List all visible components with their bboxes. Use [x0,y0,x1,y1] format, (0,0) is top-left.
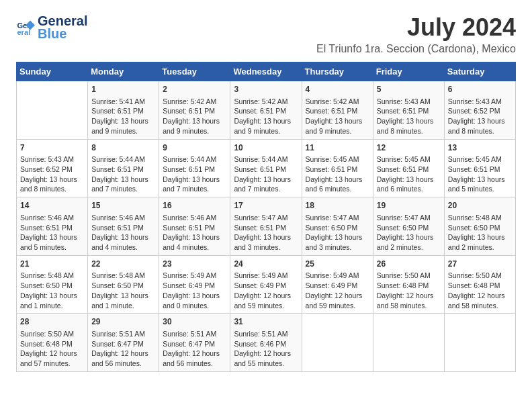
day-number: 25 [306,259,369,270]
column-header-wednesday: Wednesday [230,62,302,81]
week-row-5: 28Sunrise: 5:50 AM Sunset: 6:48 PM Dayli… [17,314,516,372]
day-cell: 31Sunrise: 5:51 AM Sunset: 6:46 PM Dayli… [230,314,302,372]
day-cell: 2Sunrise: 5:42 AM Sunset: 6:51 PM Daylig… [159,81,230,140]
day-cell: 16Sunrise: 5:46 AM Sunset: 6:51 PM Dayli… [159,197,230,256]
column-header-thursday: Thursday [302,62,373,81]
day-info: Sunrise: 5:51 AM Sunset: 6:46 PM Dayligh… [234,329,298,369]
day-number: 10 [234,142,298,154]
day-info: Sunrise: 5:42 AM Sunset: 6:51 PM Dayligh… [234,97,298,136]
day-cell: 12Sunrise: 5:45 AM Sunset: 6:51 PM Dayli… [373,139,444,197]
day-cell: 7Sunrise: 5:43 AM Sunset: 6:52 PM Daylig… [17,139,88,197]
day-info: Sunrise: 5:49 AM Sunset: 6:49 PM Dayligh… [306,271,369,310]
day-info: Sunrise: 5:45 AM Sunset: 6:51 PM Dayligh… [306,154,369,194]
day-cell: 22Sunrise: 5:48 AM Sunset: 6:50 PM Dayli… [88,255,159,314]
day-cell [373,314,444,372]
day-number: 30 [163,316,226,328]
day-info: Sunrise: 5:49 AM Sunset: 6:49 PM Dayligh… [234,271,298,310]
day-info: Sunrise: 5:48 AM Sunset: 6:50 PM Dayligh… [91,271,155,310]
day-cell [17,81,88,140]
logo-icon: Gen eral [16,18,35,37]
day-number: 17 [234,200,298,212]
day-cell: 9Sunrise: 5:44 AM Sunset: 6:51 PM Daylig… [159,139,230,197]
day-number: 31 [234,316,298,328]
day-number: 4 [306,84,369,95]
day-cell: 19Sunrise: 5:47 AM Sunset: 6:50 PM Dayli… [373,197,444,256]
day-number: 19 [377,200,441,212]
day-info: Sunrise: 5:47 AM Sunset: 6:51 PM Dayligh… [234,213,298,253]
day-number: 13 [448,142,512,154]
day-number: 18 [306,200,369,212]
day-number: 12 [377,142,441,154]
day-info: Sunrise: 5:47 AM Sunset: 6:50 PM Dayligh… [377,213,441,253]
day-info: Sunrise: 5:48 AM Sunset: 6:50 PM Dayligh… [20,271,84,310]
day-info: Sunrise: 5:43 AM Sunset: 6:52 PM Dayligh… [20,154,84,194]
day-number: 6 [448,84,512,95]
column-header-saturday: Saturday [444,62,515,81]
calendar: SundayMondayTuesdayWednesdayThursdayFrid… [16,62,516,372]
day-cell: 10Sunrise: 5:44 AM Sunset: 6:51 PM Dayli… [230,139,302,197]
week-row-4: 21Sunrise: 5:48 AM Sunset: 6:50 PM Dayli… [17,255,516,314]
logo: Gen eral General Blue [16,13,87,42]
day-info: Sunrise: 5:44 AM Sunset: 6:51 PM Dayligh… [163,154,226,194]
svg-text:eral: eral [17,28,30,36]
week-row-2: 7Sunrise: 5:43 AM Sunset: 6:52 PM Daylig… [17,139,516,197]
day-info: Sunrise: 5:41 AM Sunset: 6:51 PM Dayligh… [91,97,155,136]
day-number: 26 [377,259,441,270]
day-info: Sunrise: 5:50 AM Sunset: 6:48 PM Dayligh… [377,271,441,310]
day-info: Sunrise: 5:46 AM Sunset: 6:51 PM Dayligh… [163,213,226,253]
day-number: 11 [306,142,369,154]
day-cell: 13Sunrise: 5:45 AM Sunset: 6:51 PM Dayli… [444,139,515,197]
day-info: Sunrise: 5:44 AM Sunset: 6:51 PM Dayligh… [234,154,298,194]
day-cell: 6Sunrise: 5:43 AM Sunset: 6:52 PM Daylig… [444,81,515,140]
day-cell [302,314,373,372]
day-number: 29 [91,316,155,328]
day-info: Sunrise: 5:43 AM Sunset: 6:51 PM Dayligh… [377,97,441,136]
day-number: 28 [20,316,84,328]
column-header-sunday: Sunday [17,62,88,81]
day-number: 3 [234,84,298,95]
title-block: July 2024 El Triunfo 1ra. Seccion (Cardo… [316,13,516,55]
day-cell: 29Sunrise: 5:51 AM Sunset: 6:47 PM Dayli… [88,314,159,372]
day-cell: 15Sunrise: 5:46 AM Sunset: 6:51 PM Dayli… [88,197,159,256]
column-header-tuesday: Tuesday [159,62,230,81]
day-cell: 18Sunrise: 5:47 AM Sunset: 6:50 PM Dayli… [302,197,373,256]
day-info: Sunrise: 5:51 AM Sunset: 6:47 PM Dayligh… [91,329,155,369]
day-info: Sunrise: 5:50 AM Sunset: 6:48 PM Dayligh… [448,271,512,310]
column-header-monday: Monday [88,62,159,81]
location-title: El Triunfo 1ra. Seccion (Cardona), Mexic… [316,43,516,55]
day-number: 20 [448,200,512,212]
day-cell: 14Sunrise: 5:46 AM Sunset: 6:51 PM Dayli… [17,197,88,256]
day-info: Sunrise: 5:49 AM Sunset: 6:49 PM Dayligh… [163,271,226,310]
day-cell: 4Sunrise: 5:42 AM Sunset: 6:51 PM Daylig… [302,81,373,140]
day-number: 8 [91,142,155,154]
day-cell: 5Sunrise: 5:43 AM Sunset: 6:51 PM Daylig… [373,81,444,140]
day-number: 21 [20,259,84,270]
day-info: Sunrise: 5:46 AM Sunset: 6:51 PM Dayligh… [91,213,155,253]
day-cell: 1Sunrise: 5:41 AM Sunset: 6:51 PM Daylig… [88,81,159,140]
day-number: 24 [234,259,298,270]
day-number: 7 [20,142,84,154]
day-info: Sunrise: 5:44 AM Sunset: 6:51 PM Dayligh… [91,154,155,194]
day-info: Sunrise: 5:43 AM Sunset: 6:52 PM Dayligh… [448,97,512,136]
day-number: 5 [377,84,441,95]
day-number: 23 [163,259,226,270]
day-number: 2 [163,84,226,95]
day-cell: 3Sunrise: 5:42 AM Sunset: 6:51 PM Daylig… [230,81,302,140]
calendar-body: 1Sunrise: 5:41 AM Sunset: 6:51 PM Daylig… [17,81,516,372]
day-cell: 27Sunrise: 5:50 AM Sunset: 6:48 PM Dayli… [444,255,515,314]
day-info: Sunrise: 5:42 AM Sunset: 6:51 PM Dayligh… [306,97,369,136]
day-info: Sunrise: 5:45 AM Sunset: 6:51 PM Dayligh… [448,154,512,194]
day-cell [444,314,515,372]
day-cell: 30Sunrise: 5:51 AM Sunset: 6:47 PM Dayli… [159,314,230,372]
day-info: Sunrise: 5:48 AM Sunset: 6:50 PM Dayligh… [448,213,512,253]
month-title: July 2024 [316,13,516,42]
day-number: 16 [163,200,226,212]
calendar-header-row: SundayMondayTuesdayWednesdayThursdayFrid… [17,62,516,81]
day-number: 1 [91,84,155,95]
day-info: Sunrise: 5:47 AM Sunset: 6:50 PM Dayligh… [306,213,369,253]
day-number: 14 [20,200,84,212]
day-info: Sunrise: 5:42 AM Sunset: 6:51 PM Dayligh… [163,97,226,136]
day-number: 27 [448,259,512,270]
day-number: 22 [91,259,155,270]
week-row-1: 1Sunrise: 5:41 AM Sunset: 6:51 PM Daylig… [17,81,516,140]
